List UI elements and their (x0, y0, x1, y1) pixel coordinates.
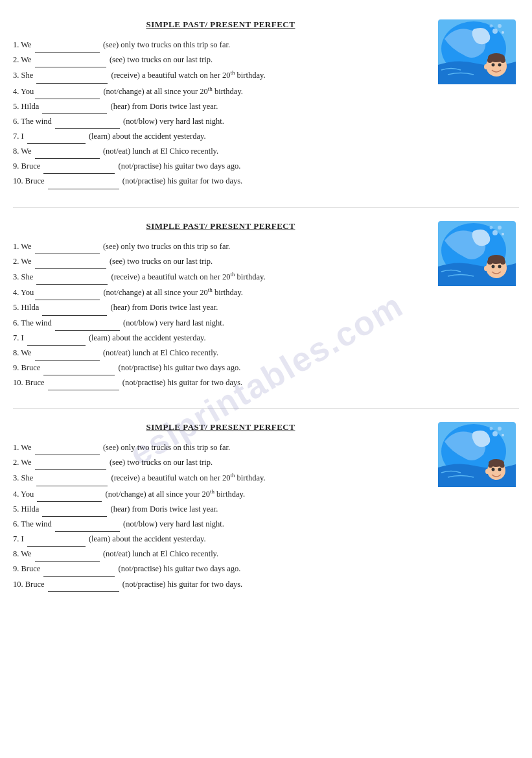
svg-point-24 (498, 265, 502, 268)
section-3-content: SIMPLE PAST/ PRESENT PERFECT 1. We (see)… (13, 422, 435, 592)
list-item: 4. You (not/change) at all since your 20… (13, 84, 428, 99)
section-2-title: SIMPLE PAST/ PRESENT PERFECT (13, 221, 428, 231)
list-item: 2. We (see) two trucks on our last trip. (13, 455, 428, 470)
list-item: 1. We (see) only two trucks on this trip… (13, 239, 428, 254)
list-item: 7. I (learn) about the accident yesterda… (13, 331, 428, 346)
list-item: 4. You (not/change) at all since your 20… (13, 285, 428, 300)
list-item: 1. We (see) only two trucks on this trip… (13, 440, 428, 455)
list-item: 1. We (see) only two trucks on this trip… (13, 38, 428, 53)
page: eslprintables.com SIMPLE PAST/ PRESENT P… (0, 0, 532, 758)
svg-point-12 (484, 64, 488, 69)
svg-point-23 (492, 265, 495, 268)
list-item: 5. Hilda (hear) from Doris twice last ye… (13, 300, 428, 315)
list-item: 6. The wind (not/blow) very hard last ni… (13, 316, 428, 331)
svg-point-35 (500, 464, 505, 468)
svg-point-3 (498, 24, 502, 28)
svg-point-10 (492, 64, 495, 67)
section-1-list: 1. We (see) only two trucks on this trip… (13, 38, 428, 189)
blank (48, 591, 119, 592)
list-item: 10. Bruce (not/practise) his guitar for … (13, 375, 428, 390)
svg-point-4 (502, 31, 504, 34)
svg-point-18 (490, 226, 493, 229)
list-item: 6. The wind (not/blow) very hard last ni… (13, 517, 428, 532)
list-item: 7. I (learn) about the accident yesterda… (13, 129, 428, 144)
svg-point-38 (485, 469, 489, 474)
list-item: 9. Bruce (not/practise) his guitar two d… (13, 159, 428, 174)
list-item: 7. I (learn) about the accident yesterda… (13, 532, 428, 547)
wave-svg-1 (438, 19, 516, 84)
list-item: 9. Bruce (not/practise) his guitar two d… (13, 562, 428, 576)
svg-point-2 (492, 29, 498, 34)
svg-point-22 (500, 259, 505, 265)
svg-point-17 (502, 233, 504, 235)
list-item: 8. We (not/eat) lunch at El Chico recent… (13, 346, 428, 361)
section-2-content: SIMPLE PAST/ PRESENT PERFECT 1. We (see)… (13, 221, 435, 391)
section-3-title: SIMPLE PAST/ PRESENT PERFECT (13, 422, 428, 432)
svg-point-25 (484, 266, 488, 271)
svg-point-37 (498, 468, 502, 471)
list-item: 5. Hilda (hear) from Doris twice last ye… (13, 99, 428, 114)
svg-point-16 (498, 226, 502, 230)
list-item: 2. We (see) two trucks on our last trip. (13, 53, 428, 67)
section-1-content: SIMPLE PAST/ PRESENT PERFECT 1. We (see)… (13, 19, 435, 189)
section-2-image (435, 221, 519, 391)
wave-svg-3 (438, 422, 516, 487)
list-item: 9. Bruce (not/practise) his guitar two d… (13, 361, 428, 375)
divider-2 (13, 409, 519, 409)
section-2: SIMPLE PAST/ PRESENT PERFECT 1. We (see)… (13, 221, 519, 391)
svg-point-34 (489, 464, 493, 468)
svg-point-5 (490, 25, 493, 28)
list-item: 5. Hilda (hear) from Doris twice last ye… (13, 502, 428, 517)
svg-point-11 (498, 64, 502, 67)
svg-point-15 (492, 230, 498, 235)
list-item: 3. She (receive) a beautiful watch on he… (13, 67, 428, 83)
list-item: 3. She (receive) a beautiful watch on he… (13, 269, 428, 285)
svg-point-9 (500, 58, 505, 63)
svg-point-8 (487, 58, 492, 63)
svg-point-28 (492, 431, 498, 436)
section-1: SIMPLE PAST/ PRESENT PERFECT 1. We (see)… (13, 19, 519, 189)
section-3: SIMPLE PAST/ PRESENT PERFECT 1. We (see)… (13, 422, 519, 592)
wave-svg-2 (438, 221, 516, 286)
list-item: 4. You (not/change) at all since your 20… (13, 486, 428, 502)
svg-point-36 (492, 468, 495, 471)
list-item: 2. We (see) two trucks on our last trip. (13, 254, 428, 269)
svg-point-30 (502, 434, 504, 436)
list-item: 10. Bruce (not/practise) his guitar for … (13, 174, 428, 189)
svg-point-21 (487, 259, 492, 265)
divider-1 (13, 207, 519, 208)
section-3-list: 1. We (see) only two trucks on this trip… (13, 440, 428, 592)
svg-point-29 (498, 427, 502, 431)
list-item: 8. We (not/eat) lunch at El Chico recent… (13, 547, 428, 562)
blank (48, 390, 119, 390)
svg-point-31 (490, 427, 493, 431)
section-1-image (435, 19, 519, 189)
list-item: 6. The wind (not/blow) very hard last ni… (13, 114, 428, 129)
list-item: 8. We (not/eat) lunch at El Chico recent… (13, 144, 428, 159)
section-1-title: SIMPLE PAST/ PRESENT PERFECT (13, 19, 428, 30)
list-item: 10. Bruce (not/practise) his guitar for … (13, 577, 428, 592)
section-3-image (435, 422, 519, 592)
section-2-list: 1. We (see) only two trucks on this trip… (13, 239, 428, 391)
list-item: 3. She (receive) a beautiful watch on he… (13, 470, 428, 486)
blank (48, 189, 119, 189)
